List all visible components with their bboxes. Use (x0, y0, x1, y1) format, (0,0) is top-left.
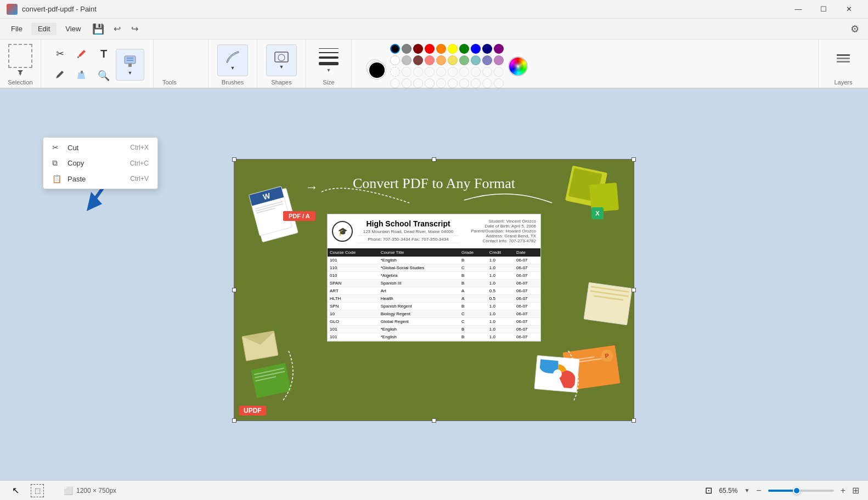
color-swatch-t20[interactable] (494, 78, 504, 88)
zoom-out-button[interactable]: − (756, 486, 761, 496)
color-swatch-teal[interactable] (471, 55, 481, 65)
zoom-slider[interactable] (768, 490, 834, 492)
close-button[interactable]: ✕ (836, 0, 861, 19)
title-bar-left: convert-pdf-updf - Paint (7, 4, 97, 15)
cell-credit: 0.5 (487, 295, 514, 303)
zoom-dropdown-button[interactable]: ▼ (744, 487, 749, 493)
color-swatch-t15[interactable] (436, 78, 446, 88)
color-swatch-black[interactable] (390, 44, 400, 54)
window-controls: — ☐ ✕ (786, 0, 861, 19)
color-swatch-t6[interactable] (448, 67, 458, 77)
fill-tool-button[interactable] (72, 66, 92, 86)
canvas-size-label: ⬜ 1200 × 750px (64, 486, 116, 495)
color-swatch-orange[interactable] (436, 44, 446, 54)
tools-row (162, 44, 199, 77)
app-icon (7, 4, 18, 15)
color-swatch-lightgreen[interactable] (459, 55, 469, 65)
size-button[interactable]: ▼ (315, 44, 342, 76)
context-cut[interactable]: ✂ Cut Ctrl+X (43, 140, 157, 155)
foreground-color-swatch[interactable] (368, 61, 386, 79)
color-swatch-brown[interactable] (413, 55, 423, 65)
copy-label: Copy (67, 159, 84, 167)
zoom-slider-thumb[interactable] (793, 487, 801, 495)
shapes-large-button[interactable]: ▼ (266, 44, 297, 76)
menu-edit[interactable]: Edit (31, 22, 57, 35)
minimize-button[interactable]: — (786, 0, 811, 19)
color-swatch-t4[interactable] (425, 67, 435, 77)
cell-date: 06-07 (514, 264, 540, 272)
cut-label: Cut (67, 144, 78, 152)
select-rect-button[interactable]: ⬚ (31, 484, 44, 497)
color-swatch-t5[interactable] (436, 67, 446, 77)
cursor-tool-button[interactable]: ↖ (9, 484, 22, 497)
color-swatch-blue[interactable] (471, 44, 481, 54)
color-swatch-t12[interactable] (402, 78, 412, 88)
color-picker-tool-button[interactable] (72, 44, 92, 64)
table-row: 101*EnglishB1.006-07 (328, 333, 540, 341)
settings-button[interactable]: ⚙ (846, 20, 864, 38)
brush-large-button[interactable]: ▼ (116, 49, 144, 81)
zoom-fit-button[interactable]: ⊡ (705, 485, 712, 496)
selection-rect-button[interactable] (8, 44, 32, 68)
canvas-content: Convert PDF to Any Format W (234, 159, 634, 421)
menu-file[interactable]: File (4, 22, 29, 35)
color-swatch-gray[interactable] (402, 44, 412, 54)
color-swatch-lightyellow[interactable] (448, 55, 458, 65)
color-swatch-silver[interactable] (402, 55, 412, 65)
layers-button[interactable] (835, 50, 852, 71)
menu-view[interactable]: View (59, 22, 87, 35)
color-swatch-t3[interactable] (413, 67, 423, 77)
color-swatch-green[interactable] (459, 44, 469, 54)
color-swatch-lightred[interactable] (425, 55, 435, 65)
cell-code: 10 (328, 310, 379, 318)
redo-button[interactable]: ↪ (127, 21, 142, 37)
context-copy[interactable]: ⧉ Copy Ctrl+C (43, 155, 157, 171)
zoom-expand-button[interactable]: ⊞ (852, 485, 859, 496)
status-right: ⊡ 65.5% ▼ − + ⊞ (705, 485, 859, 496)
color-swatch-darkred[interactable] (413, 44, 423, 54)
cell-date: 06-07 (514, 257, 540, 264)
maximize-button[interactable]: ☐ (811, 0, 836, 19)
app-title: convert-pdf-updf - Paint (22, 5, 97, 13)
color-swatch-t8[interactable] (471, 67, 481, 77)
color-swatch-peach[interactable] (436, 55, 446, 65)
color-swatch-t2[interactable] (402, 67, 412, 77)
color-swatch-orchid[interactable] (494, 55, 504, 65)
brushes-large-button[interactable]: ▼ (217, 44, 248, 76)
context-menu: ✂ Cut Ctrl+X ⧉ Copy Ctrl+C 📋 Paste Ctrl+… (43, 137, 158, 189)
pencil-tool-button[interactable] (50, 66, 70, 86)
color-swatch-t7[interactable] (459, 67, 469, 77)
color-swatch-periwinkle[interactable] (482, 55, 492, 65)
color-swatch-t19[interactable] (482, 78, 492, 88)
cell-code: ART (328, 287, 379, 295)
context-paste[interactable]: 📋 Paste Ctrl+V (43, 171, 157, 186)
color-swatch-t1[interactable] (390, 67, 400, 77)
color-swatch-white[interactable] (390, 55, 400, 65)
text-tool-button[interactable]: T (94, 44, 114, 64)
table-row: SPNSpanish RegentB1.006-07 (328, 303, 540, 310)
color-swatch-red[interactable] (425, 44, 435, 54)
color-swatch-t14[interactable] (425, 78, 435, 88)
zoom-in-button[interactable]: + (841, 486, 846, 496)
crop-tool-button[interactable]: ✂ (50, 44, 70, 64)
title-bar: convert-pdf-updf - Paint — ☐ ✕ (0, 0, 868, 19)
undo-button[interactable]: ↩ (109, 21, 125, 37)
color-swatch-yellow[interactable] (448, 44, 458, 54)
color-swatch-darkblue[interactable] (482, 44, 492, 54)
col-header-credit: Credit (487, 248, 514, 257)
color-swatch-purple[interactable] (494, 44, 504, 54)
color-swatch-t13[interactable] (413, 78, 423, 88)
color-swatch-t16[interactable] (448, 78, 458, 88)
color-swatch-t9[interactable] (482, 67, 492, 77)
color-swatch-t10[interactable] (494, 67, 504, 77)
color-swatch-t11[interactable] (390, 78, 400, 88)
paste-label: Paste (67, 175, 86, 183)
save-button[interactable]: 💾 (89, 20, 107, 38)
color-swatch-t18[interactable] (471, 78, 481, 88)
paste-icon: 📋 (52, 174, 62, 183)
color-picker-button[interactable] (508, 56, 528, 76)
magnify-tool-button[interactable]: 🔍 (94, 66, 114, 86)
color-swatch-t17[interactable] (459, 78, 469, 88)
cell-code: 010 (328, 272, 379, 280)
x-badge: X (591, 207, 604, 219)
